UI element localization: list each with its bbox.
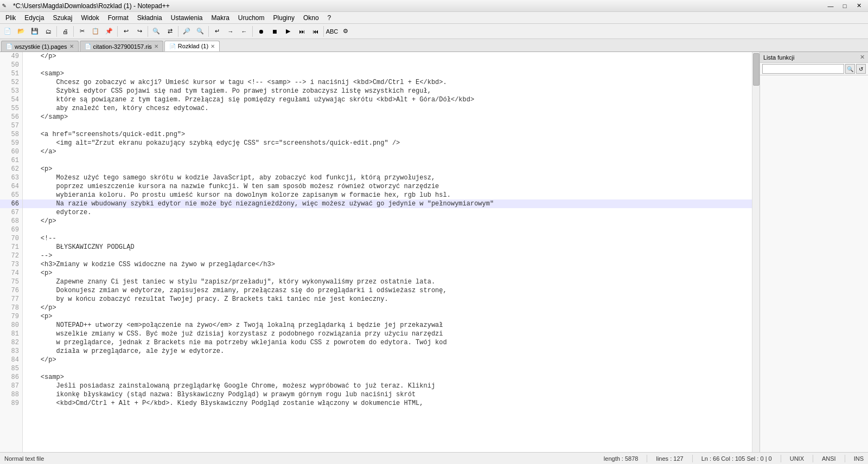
code-line-82: w przeglądarce, jednak z Brackets nie ma… [23, 338, 752, 347]
code-line-57 [23, 121, 752, 130]
code-line-66: Na razie wbudowany szybki edytor nie moż… [23, 199, 752, 208]
maximize-button[interactable]: □ [838, 0, 852, 12]
replace-button[interactable]: ⇄ [163, 25, 176, 38]
close-button[interactable]: ✕ [852, 0, 866, 12]
line-number-54: 54 [0, 95, 22, 104]
vertical-scrollbar[interactable] [752, 52, 760, 452]
tab-close-1[interactable]: ✕ [154, 43, 158, 49]
code-line-49: </p> [23, 52, 752, 61]
zoom-in-button[interactable]: 🔎 [180, 25, 193, 38]
code-line-80: NOTEPAD++ utworzy <em>połączenie na żywo… [23, 321, 752, 330]
app-icon: ✎ [2, 2, 11, 10]
code-line-70: <!-- [23, 234, 752, 243]
menu-item-uruchom[interactable]: Uruchom [234, 12, 269, 23]
function-list-refresh-button[interactable]: ↺ [856, 64, 866, 74]
cut-button[interactable]: ✂ [75, 25, 88, 38]
line-number-84: 84 [0, 356, 22, 364]
toolbar-sep-3 [117, 26, 118, 37]
find-button[interactable]: 🔍 [150, 25, 163, 38]
line-number-71: 71 [0, 243, 22, 252]
menu-item-makra[interactable]: Makra [207, 12, 234, 23]
code-area[interactable]: </p> <samp> Chcesz go zobaczyć w akcji? … [23, 52, 752, 452]
length-label: length : 5878 [604, 455, 639, 462]
title-text: *C:\Users\Magda\Downloads\Rozklad (1) - … [13, 2, 170, 10]
tab-1[interactable]: 📄citation-327900157.ris✕ [80, 41, 163, 51]
code-line-71: BŁYSKAWICZNY PODGLĄD [23, 243, 752, 252]
line-number-55: 55 [0, 104, 22, 113]
zoom-out-button[interactable]: 🔍 [194, 25, 207, 38]
function-list-title: Lista funkcji [763, 54, 794, 61]
tab-icon-2: 📄 [169, 43, 176, 49]
code-line-85 [23, 364, 752, 373]
code-line-60: </a> [23, 147, 752, 156]
tab-0[interactable]: 📄wszystkie (1).pages✕ [1, 41, 79, 51]
line-number-53: 53 [0, 87, 22, 95]
code-line-56: </samp> [23, 113, 752, 121]
save-all-button[interactable]: 🗂 [42, 25, 55, 38]
menu-item-format[interactable]: Format [104, 12, 133, 23]
function-list-close-button[interactable]: ✕ [860, 54, 865, 61]
tab-label-0: wszystkie (1).pages [15, 43, 67, 50]
menu-item-?[interactable]: ? [323, 12, 336, 23]
menu-item-pluginy[interactable]: Pluginy [269, 12, 299, 23]
extra-button[interactable]: ⚙ [339, 25, 352, 38]
menu-item-szukaj[interactable]: Szukaj [48, 12, 76, 23]
open-button[interactable]: 📂 [15, 25, 28, 38]
toolbar-sep-2 [73, 26, 74, 37]
status-div-5 [845, 455, 845, 462]
undo-button[interactable]: ↩ [119, 25, 132, 38]
code-line-88: ikonkę błyskawicy (stąd nazwa: Błyskawic… [23, 390, 752, 399]
line-number-80: 80 [0, 321, 22, 330]
function-list-search-input[interactable] [762, 64, 844, 74]
menu-item-edycja[interactable]: Edycja [20, 12, 48, 23]
tab-close-2[interactable]: ✕ [210, 43, 215, 49]
indent-button[interactable]: → [224, 25, 237, 38]
new-button[interactable]: 📄 [1, 25, 14, 38]
tab-2[interactable]: 📄Rozklad (1)✕ [164, 41, 220, 51]
code-line-53: Szybki edytor CSS pojawi się nad tym tag… [23, 87, 752, 95]
toolbar: 📄 📂 💾 🗂 🖨 ✂ 📋 📌 ↩ ↪ 🔍 ⇄ 🔎 🔍 ↵ → ← ⏺ ⏹ ▶ … [0, 24, 868, 39]
line-number-76: 76 [0, 286, 22, 295]
line-number-81: 81 [0, 330, 22, 338]
minimize-button[interactable]: — [824, 0, 838, 12]
macro-record-button[interactable]: ⏺ [254, 25, 267, 38]
file-type-label: Normal text file [4, 455, 44, 462]
copy-button[interactable]: 📋 [89, 25, 102, 38]
code-line-89: <kbd>Cmd/Ctrl + Alt + P</kbd>. Kiedy Bły… [23, 399, 752, 408]
code-line-78: </p> [23, 304, 752, 312]
scrollbar-thumb[interactable] [753, 53, 760, 86]
line-number-74: 74 [0, 269, 22, 278]
spell-check-button[interactable]: ABC [326, 25, 339, 38]
line-number-59: 59 [0, 139, 22, 147]
menu-item-okno[interactable]: Okno [299, 12, 323, 23]
menu-item-plik[interactable]: Plik [1, 12, 20, 23]
tab-icon-0: 📄 [6, 43, 12, 49]
line-number-89: 89 [0, 399, 22, 408]
line-number-65: 65 [0, 191, 22, 199]
toolbar-sep-1 [56, 26, 57, 37]
outdent-button[interactable]: ← [238, 25, 251, 38]
macro-forward-button[interactable]: ⏭ [295, 25, 308, 38]
code-line-62: <p> [23, 165, 752, 173]
line-number-78: 78 [0, 304, 22, 312]
macro-stop-button[interactable]: ⏹ [268, 25, 281, 38]
status-div-3 [781, 455, 781, 462]
macro-play-button[interactable]: ▶ [282, 25, 295, 38]
tab-label-2: Rozklad (1) [178, 43, 208, 49]
function-list-search-button[interactable]: 🔍 [845, 64, 855, 74]
menu-item-składnia[interactable]: Składnia [133, 12, 167, 23]
code-line-61 [23, 156, 752, 165]
paste-button[interactable]: 📌 [103, 25, 116, 38]
tab-close-0[interactable]: ✕ [69, 43, 74, 49]
line-number-68: 68 [0, 217, 22, 225]
macro-backward-button[interactable]: ⏮ [309, 25, 322, 38]
redo-button[interactable]: ↪ [133, 25, 146, 38]
code-line-65: wybierania koloru. Po prostu umieść kurs… [23, 191, 752, 199]
status-div-2 [692, 455, 693, 462]
menu-item-ustawienia[interactable]: Ustawienia [167, 12, 207, 23]
save-button[interactable]: 💾 [28, 25, 41, 38]
menu-item-widok[interactable]: Widok [76, 12, 103, 23]
wrap-button[interactable]: ↵ [210, 25, 224, 38]
print-button[interactable]: 🖨 [59, 25, 72, 38]
code-line-50 [23, 61, 752, 69]
